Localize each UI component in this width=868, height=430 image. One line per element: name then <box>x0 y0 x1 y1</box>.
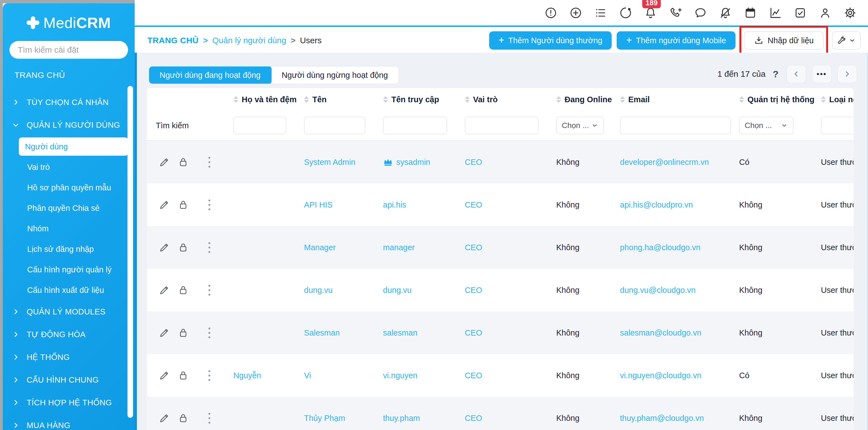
sidebar-item-login-history[interactable]: Lịch sử đăng nhập <box>3 239 135 259</box>
edit-pencil-icon[interactable] <box>158 156 170 168</box>
lock-icon[interactable] <box>177 412 189 424</box>
tasks-icon[interactable] <box>793 6 807 20</box>
header-user-type[interactable]: Loại người dùng <box>815 88 854 111</box>
add-user-button[interactable]: + Thêm Người dùng thường <box>489 31 612 50</box>
cell-username[interactable]: vi.nguyen <box>377 354 459 397</box>
cell-middle-name[interactable]: Nguyễn <box>227 354 298 397</box>
settings-search-input[interactable] <box>9 41 128 59</box>
lock-icon[interactable] <box>177 199 189 211</box>
edit-pencil-icon[interactable] <box>158 242 170 253</box>
edit-pencil-icon[interactable] <box>158 370 170 381</box>
sidebar-item-manager-config[interactable]: Cấu hình người quản lý <box>3 259 135 280</box>
alert-icon[interactable] <box>544 6 558 20</box>
breadcrumb-home[interactable]: TRANG CHỦ <box>148 36 199 45</box>
cell-email[interactable]: api.his@cloudpro.vn <box>614 183 733 226</box>
cell-first-name[interactable]: Vi <box>298 354 377 397</box>
filter-user-type-input[interactable] <box>821 117 854 134</box>
cell-email[interactable]: dung.vu@cloudgo.vn <box>614 269 733 311</box>
sidebar-section-integration[interactable]: TÍCH HỢP HỆ THỐNG <box>3 391 135 414</box>
sidebar-section-system[interactable]: HỆ THỐNG <box>3 346 135 368</box>
edit-pencil-icon[interactable] <box>158 199 170 211</box>
sidebar-item-roles[interactable]: Vai trò <box>3 157 135 177</box>
filter-username-input[interactable] <box>383 117 447 134</box>
cell-middle-name[interactable] <box>227 226 298 269</box>
cell-email[interactable]: developer@onlinecrm.vn <box>614 141 733 183</box>
notifications-bell-icon[interactable]: 189 <box>644 6 657 20</box>
cell-first-name[interactable]: System Admin <box>298 141 377 183</box>
edit-pencil-icon[interactable] <box>158 284 170 296</box>
sidebar-section-purchasing[interactable]: MUA HÀNG <box>3 414 135 430</box>
header-first-name[interactable]: Tên <box>298 88 377 111</box>
sidebar-item-export-config[interactable]: Cấu hình xuất dữ liệu <box>3 280 135 300</box>
prev-page-button[interactable] <box>786 65 806 83</box>
header-email[interactable]: Email <box>614 88 733 111</box>
cell-email[interactable]: thuy.pham@cloudgo.vn <box>614 397 733 430</box>
kebab-menu-icon[interactable] <box>209 328 210 338</box>
profile-icon[interactable] <box>818 6 832 20</box>
header-sysadmin[interactable]: Quản trị hệ thống <box>733 88 815 111</box>
cell-first-name[interactable]: Manager <box>298 226 377 269</box>
lock-icon[interactable] <box>177 327 189 339</box>
cell-first-name[interactable]: Salesman <box>298 311 377 354</box>
header-middle-name[interactable]: Họ và tên đệm <box>227 88 298 111</box>
filter-online-select[interactable]: Chọn ... <box>556 117 604 134</box>
lock-icon[interactable] <box>177 370 189 381</box>
cell-first-name[interactable]: dung.vu <box>298 269 377 311</box>
sidebar-item-permission-profiles[interactable]: Hồ sơ phân quyền mẫu <box>3 177 135 198</box>
cell-role[interactable]: CEO <box>459 269 550 311</box>
ring-alert-icon[interactable] <box>718 6 732 20</box>
sidebar-item-groups[interactable]: Nhóm <box>3 218 135 239</box>
cell-email[interactable]: salesman@cloudgo.vn <box>614 311 733 354</box>
cell-middle-name[interactable] <box>227 183 298 226</box>
add-mobile-user-button[interactable]: + Thêm người dùng Mobile <box>617 31 735 50</box>
next-page-button[interactable] <box>837 65 857 83</box>
sidebar-scrollbar[interactable] <box>127 86 133 418</box>
filter-email-input[interactable] <box>620 117 731 134</box>
lock-icon[interactable] <box>177 242 189 253</box>
kebab-menu-icon[interactable] <box>209 199 210 210</box>
cell-email[interactable]: vi.nguyen@cloudgo.vn <box>614 354 733 397</box>
report-chart-icon[interactable] <box>768 6 782 20</box>
cell-email[interactable]: phong.ha@cloudgo.vn <box>614 226 733 269</box>
sidebar-section-personal[interactable]: TÙY CHỌN CÁ NHÂN <box>3 91 135 114</box>
filter-role-input[interactable] <box>465 117 538 134</box>
cell-username[interactable]: manager <box>377 226 459 269</box>
settings-gear-icon[interactable] <box>843 6 857 20</box>
sidebar-item-users[interactable]: Người dùng <box>19 137 128 156</box>
import-data-button[interactable]: Nhập dữ liệu <box>744 31 824 50</box>
kebab-menu-icon[interactable] <box>209 370 210 381</box>
cell-role[interactable]: CEO <box>459 311 550 354</box>
breadcrumb-section[interactable]: Quản lý người dùng <box>212 36 286 45</box>
chat-icon[interactable] <box>693 6 707 20</box>
kebab-menu-icon[interactable] <box>209 157 210 167</box>
header-username[interactable]: Tên truy cập <box>377 88 459 111</box>
edit-pencil-icon[interactable] <box>158 412 170 424</box>
sidebar-section-modules[interactable]: QUẢN LÝ MODULES <box>3 300 135 323</box>
sidebar-section-automation[interactable]: TỰ ĐỘNG HÓA <box>3 323 135 346</box>
cell-first-name[interactable]: API HIS <box>298 183 377 226</box>
tab-active-users[interactable]: Người dùng đang hoạt động <box>149 66 272 84</box>
header-online[interactable]: Đang Online <box>550 88 614 111</box>
add-call-icon[interactable] <box>669 6 682 20</box>
tools-dropdown-button[interactable] <box>832 31 861 50</box>
history-icon[interactable] <box>619 6 632 20</box>
header-role[interactable]: Vai trò <box>459 88 550 111</box>
edit-pencil-icon[interactable] <box>158 327 170 339</box>
kebab-menu-icon[interactable] <box>209 242 210 253</box>
list-icon[interactable] <box>594 6 608 20</box>
cell-username[interactable]: salesman <box>377 311 459 354</box>
cell-username[interactable]: sysadmin <box>377 141 459 183</box>
filter-sysadmin-select[interactable]: Chọn ... <box>739 117 794 134</box>
filter-first-name-input[interactable] <box>304 117 365 134</box>
sidebar-section-user-management[interactable]: QUẢN LÝ NGƯỜI DÙNG <box>3 114 135 136</box>
sidebar-section-general-config[interactable]: CẤU HÌNH CHUNG <box>3 368 135 391</box>
calendar-icon[interactable] <box>743 6 757 20</box>
sidebar-item-sharing-permissions[interactable]: Phân quyền Chia sẻ <box>3 198 135 218</box>
lock-icon[interactable] <box>177 284 189 296</box>
cell-role[interactable]: CEO <box>459 397 550 430</box>
cell-username[interactable]: dung.vu <box>377 269 459 311</box>
page-menu-button[interactable]: ••• <box>812 65 832 83</box>
cell-username[interactable]: api.his <box>377 183 459 226</box>
quick-add-icon[interactable] <box>569 6 583 20</box>
sidebar-item-home[interactable]: TRANG CHỦ <box>14 70 135 80</box>
